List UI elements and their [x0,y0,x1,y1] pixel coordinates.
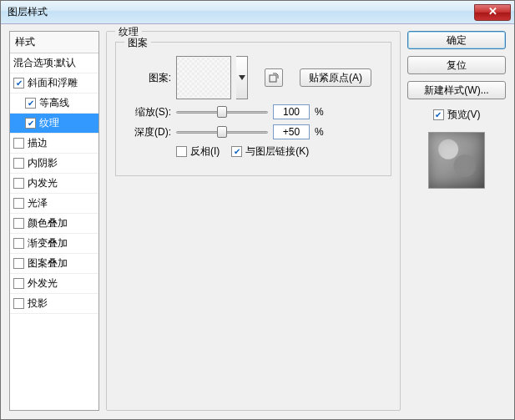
depth-label: 深度(D): [126,125,171,139]
style-item-5[interactable]: 内发光 [10,174,98,194]
style-item-label: 颜色叠加 [28,216,68,230]
style-item-label: 斜面和浮雕 [28,76,78,90]
preview-label: 预览(V) [447,108,481,122]
style-item-checkbox[interactable] [13,138,24,149]
svg-rect-0 [270,75,276,82]
style-item-6[interactable]: 光泽 [10,194,98,214]
snap-origin-button[interactable]: 贴紧原点(A) [300,68,371,87]
style-item-4[interactable]: 内阴影 [10,154,98,174]
new-preset-icon [268,72,280,83]
style-item-checkbox[interactable] [25,118,36,129]
depth-row: 深度(D): +50 % [126,124,381,139]
depth-slider[interactable] [176,124,268,139]
style-item-checkbox[interactable] [13,158,24,169]
action-column: 确定 复位 新建样式(W)... 预览(V) [407,31,506,411]
reset-button[interactable]: 复位 [407,56,506,74]
invert-checkbox[interactable] [176,146,187,157]
style-item-label: 外发光 [28,276,58,291]
link-label: 与图层链接(K) [245,144,309,159]
style-item-checkbox[interactable] [13,278,24,289]
style-item-label: 渐变叠加 [28,236,68,250]
snap-origin-label: 贴紧原点(A) [309,71,362,85]
style-item-checkbox[interactable] [13,238,24,249]
style-item-0[interactable]: 斜面和浮雕 [10,73,98,94]
close-button[interactable]: ✕ [474,4,511,21]
invert-label: 反相(I) [190,144,220,159]
style-item-9[interactable]: 图案叠加 [10,254,98,274]
style-item-label: 图案叠加 [28,256,68,271]
scale-slider[interactable] [176,104,268,119]
styles-panel: 样式 混合选项:默认 斜面和浮雕等高线纹理描边内阴影内发光光泽颜色叠加渐变叠加图… [9,31,99,411]
ok-button[interactable]: 确定 [407,31,506,49]
style-item-checkbox[interactable] [13,178,24,189]
depth-value-input[interactable]: +50 [273,124,310,139]
preview-checkbox-wrap[interactable]: 预览(V) [407,108,506,122]
pattern-row: 图案: 贴紧原点(A) [126,56,381,99]
style-item-checkbox[interactable] [13,78,24,89]
new-style-label: 新建样式(W)... [424,83,488,98]
scale-label: 缩放(S): [126,105,171,119]
chevron-down-icon [239,75,245,80]
style-item-checkbox[interactable] [13,218,24,229]
scale-value-input[interactable]: 100 [273,104,310,119]
style-item-label: 描边 [28,136,48,150]
invert-checkbox-wrap[interactable]: 反相(I) [176,144,220,159]
style-item-checkbox[interactable] [13,258,24,269]
link-checkbox[interactable] [231,146,242,157]
pattern-fieldset: 图案 图案: 贴紧原点(A) [115,42,391,176]
style-item-10[interactable]: 外发光 [10,274,98,294]
percent-unit: % [315,126,326,138]
options-row: 反相(I) 与图层链接(K) [126,144,381,159]
dialog-body: 样式 混合选项:默认 斜面和浮雕等高线纹理描边内阴影内发光光泽颜色叠加渐变叠加图… [1,24,514,419]
style-item-label: 投影 [28,296,48,311]
style-item-checkbox[interactable] [13,298,24,309]
style-item-label: 光泽 [28,196,48,210]
layer-style-dialog: 图层样式 ✕ 样式 混合选项:默认 斜面和浮雕等高线纹理描边内阴影内发光光泽颜色… [0,0,515,420]
reset-label: 复位 [447,58,467,73]
style-item-checkbox[interactable] [25,98,36,109]
pattern-legend: 图案 [124,36,151,50]
styles-header: 样式 [10,32,98,53]
link-checkbox-wrap[interactable]: 与图层链接(K) [231,144,309,159]
style-item-label: 内发光 [28,176,58,190]
scale-row: 缩放(S): 100 % [126,104,381,119]
pattern-swatch[interactable] [176,56,231,99]
preview-thumbnail [428,132,485,189]
style-item-checkbox[interactable] [13,198,24,209]
preview-checkbox[interactable] [433,109,444,120]
pattern-label: 图案: [126,71,171,85]
style-item-8[interactable]: 渐变叠加 [10,234,98,254]
style-item-1[interactable]: 等高线 [10,94,98,114]
titlebar: 图层样式 ✕ [1,1,514,24]
slider-thumb[interactable] [217,106,227,118]
blending-options-label: 混合选项:默认 [13,56,76,70]
texture-group: 纹理 图案 图案: [106,31,401,411]
ok-label: 确定 [447,33,467,48]
new-style-button[interactable]: 新建样式(W)... [407,81,506,99]
slider-thumb[interactable] [217,126,227,138]
style-item-2[interactable]: 纹理 [10,114,98,134]
style-item-label: 等高线 [39,96,69,110]
blending-options-row[interactable]: 混合选项:默认 [10,53,98,73]
window-title: 图层样式 [1,5,48,19]
style-item-label: 内阴影 [28,156,58,170]
styles-list: 斜面和浮雕等高线纹理描边内阴影内发光光泽颜色叠加渐变叠加图案叠加外发光投影 [10,73,98,314]
style-item-3[interactable]: 描边 [10,134,98,154]
pattern-dropdown-button[interactable] [236,56,248,99]
style-item-7[interactable]: 颜色叠加 [10,214,98,234]
new-pattern-button[interactable] [265,68,283,87]
style-item-11[interactable]: 投影 [10,294,98,314]
style-item-label: 纹理 [39,116,59,130]
percent-unit: % [315,106,326,118]
